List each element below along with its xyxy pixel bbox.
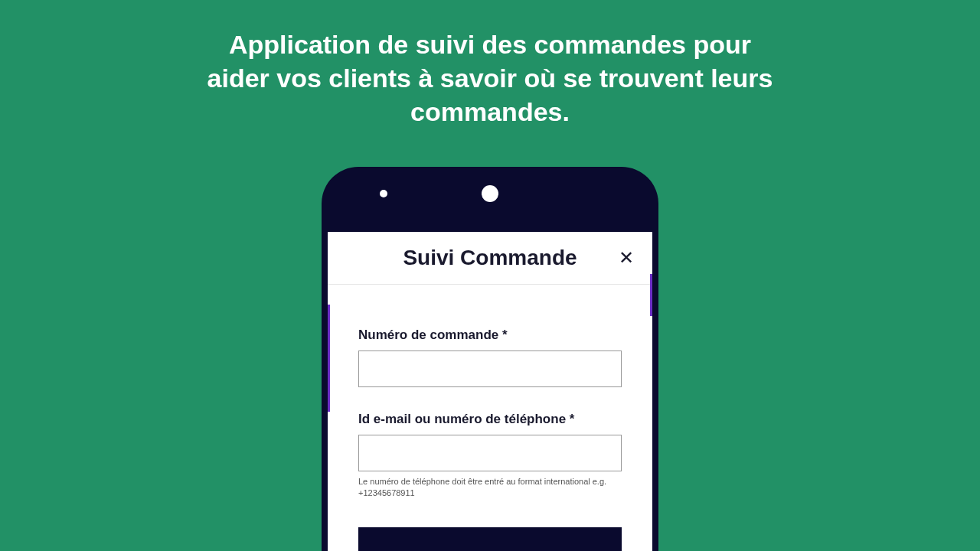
modal-body: Numéro de commande * Id e-mail ou numéro… [328, 285, 652, 551]
contact-group: Id e-mail ou numéro de téléphone * Le nu… [358, 412, 622, 500]
order-number-label: Numéro de commande * [358, 328, 622, 343]
submit-button[interactable] [358, 527, 622, 551]
close-icon[interactable]: ✕ [619, 249, 634, 267]
contact-input[interactable] [358, 435, 622, 471]
modal-header: Suivi Commande ✕ [328, 232, 652, 285]
helper-text: Le numéro de téléphone doit être entré a… [358, 476, 622, 500]
modal-title: Suivi Commande [403, 246, 577, 270]
phone-sensor [380, 190, 387, 197]
phone-screen: Suivi Commande ✕ Numéro de commande * Id… [328, 232, 652, 551]
order-number-group: Numéro de commande * [358, 328, 622, 387]
contact-label: Id e-mail ou numéro de téléphone * [358, 412, 622, 427]
order-number-input[interactable] [358, 350, 622, 387]
phone-frame: Suivi Commande ✕ Numéro de commande * Id… [322, 167, 658, 551]
phone-camera [482, 185, 498, 202]
purple-edge-left [328, 305, 330, 412]
page-headline: Application de suivi des commandes pour … [199, 0, 781, 129]
purple-edge-right [650, 274, 652, 316]
